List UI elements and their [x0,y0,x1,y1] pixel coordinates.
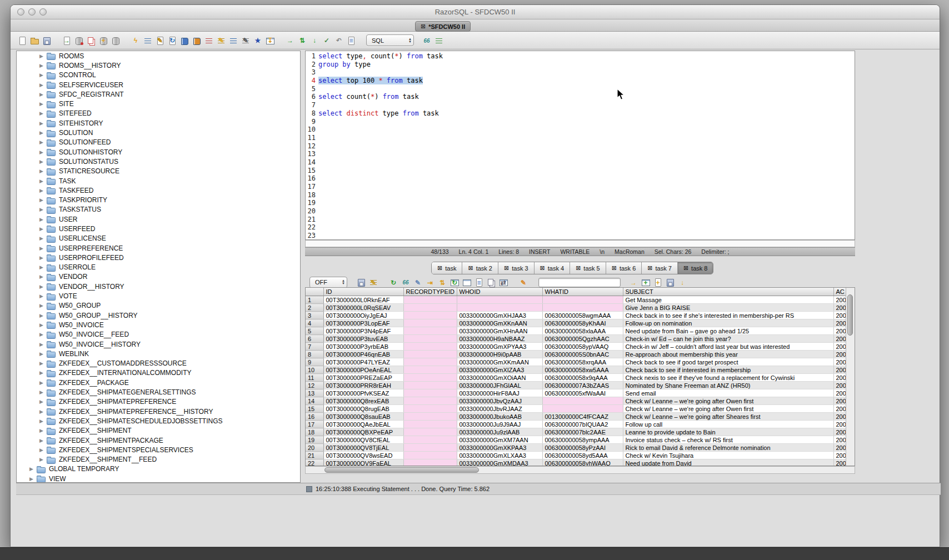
execute-all-button[interactable]: ⇅ [297,35,307,45]
cell-id[interactable]: 00T3000000P3N4pEAF [323,327,403,335]
cell-recordtypeid[interactable] [403,296,457,304]
table-row[interactable]: 2200T3000000QV9FaEAL0033000000GmXMDAA300… [306,459,847,466]
quote-identifiers-button[interactable]: 66 [422,35,432,45]
cell-id[interactable]: 00T3000000OiyJgEAJ [323,312,403,319]
disclosure-triangle-icon[interactable]: ▶ [38,168,45,174]
results-tab-task-6[interactable]: ⊠task 6 [606,262,642,274]
table-row[interactable]: 900T3000000P47LYEAZ0033000000GmXKmAAN006… [306,358,847,366]
disclosure-triangle-icon[interactable]: ▶ [38,389,45,395]
disclosure-triangle-icon[interactable]: ▶ [38,149,45,155]
tree-item-vendor[interactable]: ▶VENDOR [17,272,300,282]
disclosure-triangle-icon[interactable]: ▶ [38,457,45,462]
tree-item-taskfeed[interactable]: ▶TASKFEED [17,186,300,195]
tree-item-zkfedex-customaddresssource[interactable]: ▶ZKFEDEX__CUSTOMADDRESSSOURCE [17,359,300,368]
reference-book-button[interactable] [192,35,202,45]
tree-item-zkfedex-package[interactable]: ▶ZKFEDEX__PACKAGE [17,378,300,387]
tree-item-staticresource[interactable]: ▶STATICRESOURCE [17,167,300,176]
cell-whatid[interactable]: 006300000058xw5AAA [542,366,623,374]
cell-whatid[interactable]: 006300000058xlaAAA [542,327,623,335]
table-row[interactable]: 2000T3000000QV8TjEAL0033000000GmXKPAA300… [306,444,847,452]
table-row[interactable]: 100T3000000L0RknEAFGet Massage200 [306,296,847,304]
save-grid-button[interactable] [665,277,675,287]
cell-whatid[interactable]: 00630000007blc2AAE [542,428,623,436]
export-results-button[interactable]: + [641,277,651,287]
compare-files-button[interactable] [204,35,214,45]
execute-sql-button[interactable]: ϟ [131,35,141,45]
rollback-button[interactable]: ↶ [334,35,344,45]
tree-item-taskpriority[interactable]: ▶TASKPRIORITY [17,195,300,204]
column-header-rownum[interactable] [306,288,323,296]
document-tab[interactable]: ⊠ *SFDCW50 II [415,21,471,32]
cell-recordtypeid[interactable] [403,397,457,405]
cell-whoid[interactable]: 0033000000GmXHnAAN [457,327,542,335]
row-limit-dropdown[interactable]: OFF ▲▼ [309,277,347,288]
export-table-button[interactable]: ↧ [265,35,275,45]
results-tab-task-2[interactable]: ⊠task 2 [462,262,498,274]
results-tab-task-8[interactable]: ⊠task 8 [678,262,713,274]
table-row[interactable]: 200T3000000L0RqSEAVGive Jenn a BIG RAISE… [306,304,847,312]
statement-type-dropdown[interactable]: SQL ▲▼ [366,34,414,46]
table-row[interactable]: 2100T3000000QV8wsEAD0033000000GmXLXAA300… [306,452,847,459]
cell-ac[interactable]: 200 [833,343,847,351]
sql-history-button[interactable] [179,35,189,45]
table-row[interactable]: 1400T3000000Q8rexEAB0033000000JbvQzAAJCh… [306,397,847,405]
cell-id[interactable]: 00T3000000P3LopEAF [323,319,403,327]
cell-id[interactable]: 00T3000000QBXPeEAP [323,428,403,436]
cell-subject[interactable]: Invoice status check – check w/ RS first [623,436,833,444]
cell-id[interactable]: 00T3000000PfvKSEAZ [323,389,403,397]
cell-recordtypeid[interactable] [403,351,457,358]
disclosure-triangle-icon[interactable]: ▶ [38,293,45,299]
find-next-button[interactable]: → [628,277,638,287]
table-row[interactable]: 1300T3000000PfvKSEAZ0033000000HirF8AAJ00… [306,389,847,397]
cell-recordtypeid[interactable] [403,389,457,397]
close-tab-icon[interactable]: ⊠ [437,265,442,271]
table-row[interactable]: 1700T3000000QAeJbEAL0033000000Ju9J9AAJ00… [306,421,847,428]
cell-subject[interactable]: Send email [623,389,833,397]
disclosure-triangle-icon[interactable]: ▶ [28,476,35,482]
cell-subject[interactable]: Follow up call [623,421,833,428]
disclosure-triangle-icon[interactable]: ▶ [38,332,45,337]
cell-id[interactable]: 00T3000000L0RqSEAV [323,304,403,312]
cell-id[interactable]: 00T3000000QAeJbEAL [323,421,403,428]
execute-statement-button[interactable]: → [285,35,295,45]
table-row[interactable]: 800T3000000P46qnEAB0033000000H9i0pAAB006… [306,351,847,358]
table-row[interactable]: 1800T3000000QBXPeEAP0033000000Ju9zlAAB00… [306,428,847,436]
tree-item-view[interactable]: ▶VIEW [17,474,300,483]
cell-subject[interactable]: Check nexis to see if they've found a re… [623,374,833,382]
add-notes-button[interactable]: + [653,277,663,287]
cell-whoid[interactable]: 0033000000Ju9zlAAB [457,428,542,436]
cell-recordtypeid[interactable] [403,312,457,319]
reload-table-button[interactable]: ↻ [449,277,459,287]
cell-ac[interactable]: 200 [833,296,847,304]
cell-recordtypeid[interactable] [403,405,457,413]
connect-database-button[interactable] [74,35,84,45]
cell-subject[interactable]: Check w/ Leanne – we're going after Shea… [623,413,833,421]
align-text-button[interactable] [228,35,238,45]
cell-whoid[interactable]: 0033000000JFhGlAAL [457,382,542,389]
cell-ac[interactable]: 200 [833,444,847,452]
editor-line-20[interactable]: 20 [306,207,855,216]
cell-recordtypeid[interactable] [403,335,457,343]
open-file-button[interactable] [29,35,39,45]
cell-whoid[interactable]: 0033000000H9i0pAAB [457,351,542,358]
cell-ac[interactable]: 200 [833,421,847,428]
disclosure-triangle-icon[interactable]: ▶ [38,447,45,453]
cell-whoid[interactable]: 0033000000GmXHJAA3 [457,312,542,319]
column-header-whatid[interactable]: WHATID [542,288,623,296]
cell-whoid[interactable]: 0033000000GmXKmAAN [457,358,542,366]
disclosure-triangle-icon[interactable]: ▶ [38,264,45,270]
cell-whoid[interactable]: 0033000000GmXOiAAN [457,374,542,382]
tree-item-taskstatus[interactable]: ▶TASKSTATUS [17,205,300,214]
reload-file-button[interactable]: ↻ [167,35,177,45]
close-tab-icon[interactable]: ⊠ [576,265,581,271]
cell-whoid[interactable]: 0033000000GmXPYAA3 [457,343,542,351]
cell-whoid[interactable] [457,304,542,312]
tree-item-zkfedex-shipmatepreference-history[interactable]: ▶ZKFEDEX__SHIPMATEPREFERENCE__HISTORY [17,407,300,416]
cell-id[interactable]: 00T3000000QV9FaEAL [323,459,403,466]
cell-ac[interactable]: 200 [833,452,847,459]
cell-id[interactable]: 00T3000000Q8sauEAB [323,413,403,421]
cell-id[interactable]: 00T3000000Q8rugEAB [323,405,403,413]
cell-recordtypeid[interactable] [403,358,457,366]
cell-whatid[interactable] [542,304,623,312]
scrollbar-thumb[interactable] [847,294,853,336]
